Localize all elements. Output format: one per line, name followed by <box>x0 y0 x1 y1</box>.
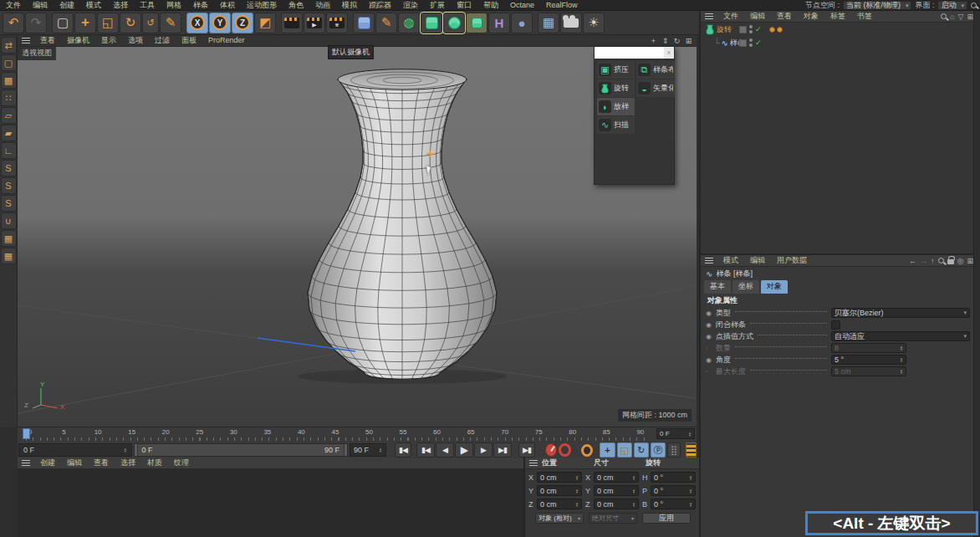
object-row-spline[interactable]: └ ∿ 样条 ✓ <box>701 36 980 49</box>
timeline-tick-label[interactable]: 20 <box>158 428 173 436</box>
position-field[interactable]: 0 cm▲▼ <box>537 485 582 496</box>
timeline-tick-label[interactable]: 35 <box>260 428 275 436</box>
position-field[interactable]: 0 cm▲▼ <box>537 499 582 509</box>
dock-tab-strip[interactable] <box>973 11 980 537</box>
deformer-button[interactable] <box>443 13 465 33</box>
metaball-button[interactable]: ● <box>511 13 533 33</box>
keyframe-radio-icon[interactable]: ◉ <box>706 309 716 317</box>
palette-mode-button[interactable]: ▱ <box>1 107 17 124</box>
timeline-tick-label[interactable]: 90 <box>633 428 648 436</box>
timeline-tick-label[interactable]: 65 <box>463 428 478 436</box>
render-settings-button[interactable]: ⋇ <box>326 13 348 33</box>
prev-frame-button[interactable]: ◀ <box>436 442 454 458</box>
viewport-pan-icon[interactable]: + <box>649 37 658 45</box>
attribute-tab[interactable]: 坐标 <box>732 280 759 294</box>
rotation-field[interactable]: 0 °▲▼ <box>651 499 696 509</box>
menubar-item[interactable]: 渲染 <box>397 0 424 11</box>
timeline-window-button[interactable] <box>686 442 697 458</box>
palette-mode-button[interactable]: S <box>1 160 17 176</box>
sketch-tool-button[interactable]: ✎ <box>160 13 181 33</box>
attribute-tab[interactable]: 基本 <box>704 280 731 294</box>
menubar-item[interactable]: 样条 <box>187 0 214 11</box>
axis-y-lock-button[interactable]: Y <box>209 13 231 33</box>
panel-icon[interactable]: ⊞ <box>967 257 973 265</box>
palette-mode-button[interactable]: ∪ <box>1 212 17 229</box>
keyframe-button[interactable] <box>581 444 593 457</box>
goto-start-button[interactable]: ▮◀ <box>395 442 411 458</box>
popup-menu-item[interactable]: ◗ 放样 <box>597 98 635 115</box>
target-icon[interactable]: ◎ <box>957 257 964 265</box>
keyframe-radio-icon[interactable]: ◉ <box>706 321 716 329</box>
subdivision-surface-button[interactable]: ◍ <box>398 13 420 33</box>
attribute-menu-item[interactable]: 用户数据 <box>771 255 813 266</box>
generator-button[interactable] <box>421 13 442 33</box>
interface-dropdown[interactable]: 启动▾ <box>937 1 967 10</box>
primitive-cube-button[interactable] <box>353 13 375 33</box>
floor-button[interactable]: ▦ <box>538 13 559 33</box>
timeline-tick-label[interactable]: 10 <box>90 428 105 436</box>
menubar-item[interactable]: 网格 <box>161 0 187 11</box>
material-menu-item[interactable]: 创建 <box>34 458 61 468</box>
enable-check-icon[interactable]: ✓ <box>755 38 762 47</box>
viewport-menu-item[interactable]: 显示 <box>95 35 122 46</box>
range-start-grip[interactable] <box>135 444 138 456</box>
timeline-tick-label[interactable]: 75 <box>531 428 546 436</box>
menubar-item[interactable]: Octane <box>504 0 540 11</box>
next-key-button[interactable]: ▶▮ <box>493 442 512 458</box>
key-position-toggle[interactable]: + <box>600 442 615 458</box>
material-menu-item[interactable]: 纹理 <box>168 458 195 468</box>
timeline-tick-label[interactable]: 70 <box>498 428 513 436</box>
menubar-item[interactable]: 角色 <box>283 0 309 11</box>
timeline-ruler[interactable]: 051015202530354045505560657075808590 <box>18 427 655 441</box>
palette-mode-button[interactable]: ∟ <box>1 142 17 159</box>
timeline-tick-label[interactable]: 40 <box>293 428 309 436</box>
viewport-menu-icon[interactable] <box>22 38 30 43</box>
axis-x-lock-button[interactable]: X <box>186 13 208 33</box>
timeline-tick-label[interactable]: 50 <box>361 428 376 436</box>
render-picture-viewer-button[interactable]: ▶ <box>304 13 325 33</box>
viewport-menu-item[interactable]: ProRender <box>202 35 251 46</box>
playhead[interactable] <box>23 428 30 439</box>
palette-mode-button[interactable]: ▦ <box>1 248 17 264</box>
popup-menu-item[interactable]: 旋转 <box>597 79 635 97</box>
undo-button[interactable]: ↶ <box>3 13 24 33</box>
palette-mode-button[interactable]: ▩ <box>1 72 17 89</box>
panel-icon[interactable]: ⊞ <box>967 13 973 21</box>
node-space-dropdown[interactable]: 当前 (标准/物理)▾ <box>843 1 912 10</box>
goto-end-button[interactable]: ▶▮ <box>518 442 535 458</box>
palette-mode-button[interactable]: ▢ <box>1 54 17 71</box>
viewport-zoom-icon[interactable]: ⇕ <box>661 37 670 45</box>
coord-system-button[interactable]: ◩ <box>254 13 276 33</box>
key-parameter-toggle[interactable]: Ⓟ <box>651 442 666 458</box>
key-scale-toggle[interactable]: ◱ <box>617 442 632 458</box>
record-button[interactable] <box>545 443 558 457</box>
viewport-menu-item[interactable]: 面板 <box>176 35 202 46</box>
object-row-lathe[interactable]: 旋转 ✓ <box>701 23 980 36</box>
move-button[interactable]: + <box>74 13 96 33</box>
angle-spinner[interactable]: 5 °▲▼ <box>831 355 906 365</box>
visibility-dots[interactable] <box>749 25 753 33</box>
home-icon[interactable]: ⌂ <box>950 13 954 21</box>
timeline-tick-label[interactable]: 60 <box>430 428 445 436</box>
menubar-item[interactable]: 模式 <box>80 0 107 11</box>
palette-mode-button[interactable]: S <box>1 195 17 212</box>
coordinate-menu-icon[interactable] <box>529 460 538 466</box>
timeline-tick-label[interactable]: 55 <box>396 428 411 436</box>
size-field[interactable]: 0 cm▲▼ <box>594 472 639 483</box>
size-field[interactable]: 0 cm▲▼ <box>594 499 639 509</box>
timeline-tick-label[interactable]: 85 <box>599 428 614 436</box>
palette-mode-button[interactable]: S <box>1 177 17 194</box>
timeline-range-slider[interactable]: 0 F 90 F <box>134 443 348 457</box>
scale-button[interactable]: ◱ <box>97 13 119 33</box>
material-menu-icon[interactable] <box>22 460 30 466</box>
coordinate-mode-dropdown[interactable]: 对象 (相对)▾ <box>535 513 584 524</box>
popup-search[interactable]: × <box>595 47 674 59</box>
prev-key-button[interactable]: ▮◀ <box>416 442 435 458</box>
timeline-tick-label[interactable]: 25 <box>192 428 207 436</box>
close-icon[interactable]: × <box>664 47 674 59</box>
camera-button[interactable] <box>560 13 582 33</box>
object-manager-menu-item[interactable]: 查看 <box>771 11 798 22</box>
viewport-menu-item[interactable]: 选项 <box>122 35 149 46</box>
keyframe-selection-button[interactable]: ⣿ <box>667 442 681 458</box>
menubar-item[interactable]: 文件 <box>0 0 27 11</box>
